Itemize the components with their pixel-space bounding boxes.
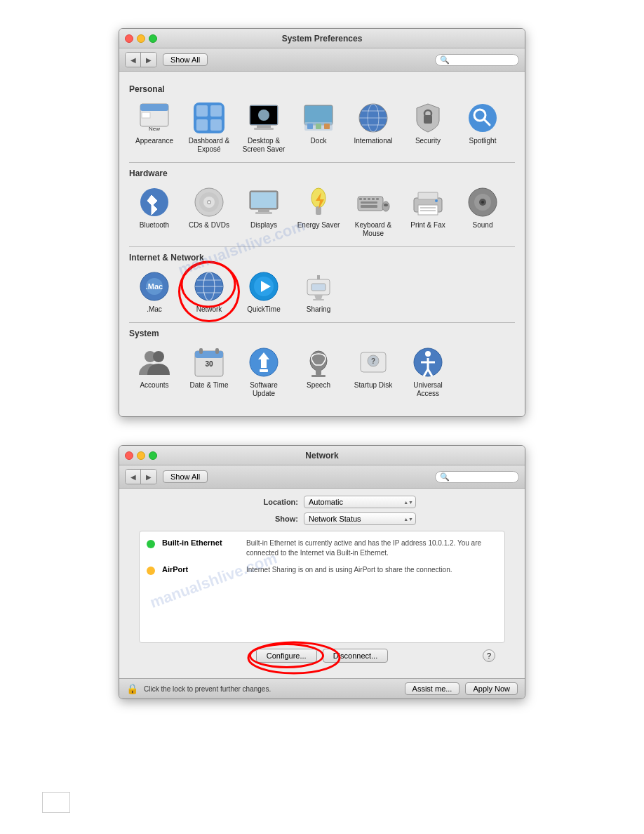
item-dashboard[interactable]: Dashboard & Exposé xyxy=(184,98,234,157)
show-select[interactable]: Network Status xyxy=(304,512,416,525)
item-print[interactable]: Print & Fax xyxy=(403,183,453,241)
item-sound[interactable]: Sound xyxy=(457,183,508,241)
item-desktop[interactable]: Desktop & Screen Saver xyxy=(239,98,289,157)
svg-point-34 xyxy=(208,201,210,204)
search-input-2[interactable] xyxy=(452,472,515,481)
show-select-wrapper[interactable]: Network Status xyxy=(304,512,416,525)
item-datetime[interactable]: 30 Date & Time xyxy=(184,343,234,401)
network-label: Network xyxy=(196,305,222,314)
show-all-button-1[interactable]: Show All xyxy=(163,53,208,66)
svg-rect-46 xyxy=(376,198,379,200)
status-row-airport: AirPort Internet Sharing is on and is us… xyxy=(147,565,497,575)
svg-rect-37 xyxy=(258,209,269,212)
energy-label: Energy Saver xyxy=(297,221,340,230)
svg-rect-12 xyxy=(254,128,274,130)
ethernet-dot xyxy=(147,540,155,548)
accounts-icon xyxy=(137,345,171,379)
item-dock[interactable]: Dock xyxy=(293,98,344,157)
airport-name: AirPort xyxy=(162,565,239,574)
item-bluetooth[interactable]: Bluetooth xyxy=(129,183,180,241)
datetime-icon: 30 xyxy=(192,345,226,379)
security-label: Security xyxy=(415,137,441,145)
back-button-2[interactable]: ◀ xyxy=(126,470,141,484)
maximize-button-2[interactable] xyxy=(149,451,157,460)
item-security[interactable]: Security xyxy=(403,98,453,157)
svg-text:?: ? xyxy=(371,357,375,365)
svg-rect-17 xyxy=(316,124,321,129)
item-cds[interactable]: CDs & DVDs xyxy=(184,183,234,241)
svg-rect-74 xyxy=(311,284,326,291)
maximize-button-1[interactable] xyxy=(149,34,157,43)
configure-button[interactable]: Configure... xyxy=(256,649,317,663)
item-startup[interactable]: ? ? Startup Disk xyxy=(348,343,398,401)
back-button-1[interactable]: ◀ xyxy=(126,53,141,67)
assist-button[interactable]: Assist me... xyxy=(405,682,460,695)
sharing-label: Sharing xyxy=(307,305,330,314)
item-quicktime[interactable]: QuickTime xyxy=(239,267,289,317)
toolbar-2: ◀ ▶ Show All 🔍 xyxy=(119,465,525,489)
show-all-button-2[interactable]: Show All xyxy=(163,470,208,483)
accounts-label: Accounts xyxy=(140,381,168,390)
svg-text:.Mac: .Mac xyxy=(146,282,163,291)
item-network[interactable]: Network xyxy=(184,267,234,317)
svg-rect-8 xyxy=(210,119,222,131)
status-panel: Built-in Ethernet Built-in Ethernet is c… xyxy=(139,531,505,643)
help-button[interactable]: ? xyxy=(483,649,495,662)
location-select-wrapper[interactable]: Automatic xyxy=(304,496,416,508)
item-spotlight[interactable]: Spotlight xyxy=(457,98,508,157)
startup-icon: ? ? xyxy=(356,345,390,379)
location-select[interactable]: Automatic xyxy=(304,496,416,508)
svg-rect-84 xyxy=(260,369,268,372)
divider-hardware xyxy=(129,162,515,163)
spotlight-icon xyxy=(466,101,499,135)
item-universal[interactable]: Universal Access xyxy=(403,343,453,401)
minimize-button-2[interactable] xyxy=(137,451,145,460)
close-button-2[interactable] xyxy=(125,451,133,460)
cds-icon xyxy=(192,185,226,219)
close-button-1[interactable] xyxy=(125,34,133,43)
keyboard-icon xyxy=(356,185,390,219)
apply-button[interactable]: Apply Now xyxy=(465,682,518,695)
svg-point-60 xyxy=(481,201,484,204)
item-energy[interactable]: Energy Saver xyxy=(293,183,344,241)
item-international[interactable]: International xyxy=(348,98,398,157)
forward-button-1[interactable]: ▶ xyxy=(141,53,156,67)
mac-icon: .Mac xyxy=(137,270,171,303)
svg-rect-5 xyxy=(196,105,208,117)
svg-rect-52 xyxy=(418,192,438,199)
minimize-button-1[interactable] xyxy=(137,34,145,43)
search-box-1[interactable]: 🔍 xyxy=(435,54,519,66)
configure-circle-wrapper: Configure... xyxy=(256,649,317,663)
svg-point-13 xyxy=(258,110,269,121)
forward-button-2[interactable]: ▶ xyxy=(141,470,156,484)
svg-rect-48 xyxy=(361,205,377,208)
network-content-area: Location: Automatic Show: Network Status xyxy=(119,489,525,678)
lock-text: Click the lock to prevent further change… xyxy=(144,685,399,693)
item-speech[interactable]: Speech xyxy=(293,343,344,401)
sharing-icon xyxy=(302,270,335,303)
network-window: Network ◀ ▶ Show All 🔍 Location: A xyxy=(119,445,525,699)
svg-point-65 xyxy=(203,272,215,300)
startup-label: Startup Disk xyxy=(354,381,392,390)
item-displays[interactable]: Displays xyxy=(239,183,289,241)
section-personal: Personal xyxy=(129,84,515,94)
displays-icon xyxy=(247,185,281,219)
nav-buttons-2: ◀ ▶ xyxy=(125,469,157,484)
item-keyboard[interactable]: Keyboard & Mouse xyxy=(348,183,398,241)
section-internet: Internet & Network xyxy=(129,253,515,263)
datetime-label: Date & Time xyxy=(189,381,228,390)
item-accounts[interactable]: Accounts xyxy=(129,343,180,401)
page-number-box xyxy=(42,792,70,813)
item-appearance[interactable]: New Appearance xyxy=(129,98,180,157)
svg-rect-45 xyxy=(372,198,375,200)
svg-rect-87 xyxy=(311,375,326,377)
svg-point-77 xyxy=(153,351,164,362)
item-software[interactable]: Software Update xyxy=(239,343,289,401)
search-box-2[interactable]: 🔍 xyxy=(435,471,519,483)
svg-rect-54 xyxy=(420,207,436,208)
item-sharing[interactable]: Sharing xyxy=(293,267,344,317)
disconnect-button[interactable]: Disconnect... xyxy=(323,649,389,663)
item-mac[interactable]: .Mac .Mac xyxy=(129,267,180,317)
svg-rect-2 xyxy=(142,112,150,118)
search-input-1[interactable] xyxy=(452,55,515,64)
